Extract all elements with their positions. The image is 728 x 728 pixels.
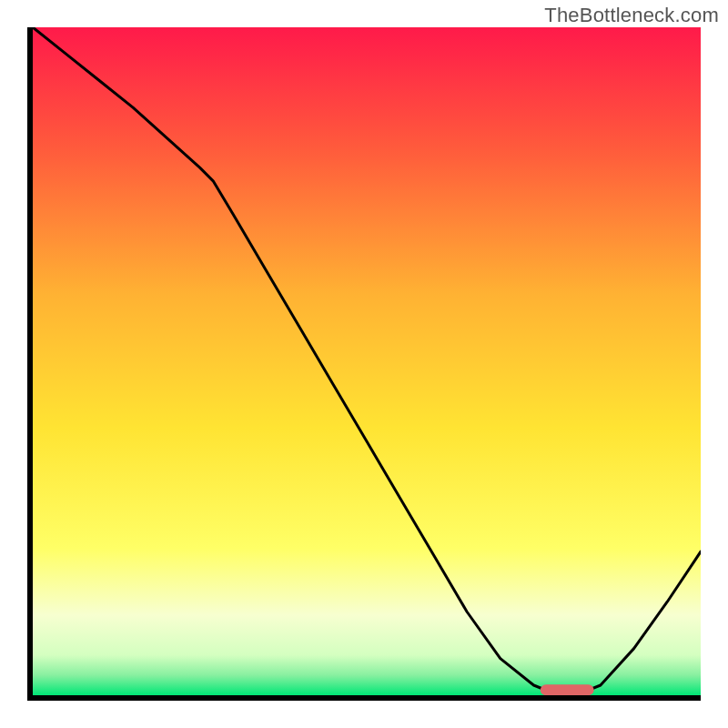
gradient-background (33, 27, 701, 695)
chart-svg (33, 27, 701, 695)
watermark-text: TheBottleneck.com (544, 4, 719, 27)
plot-inner (33, 27, 701, 695)
plot-frame (27, 27, 701, 701)
optimal-range-marker (541, 684, 594, 695)
chart-container: TheBottleneck.com (0, 0, 728, 728)
